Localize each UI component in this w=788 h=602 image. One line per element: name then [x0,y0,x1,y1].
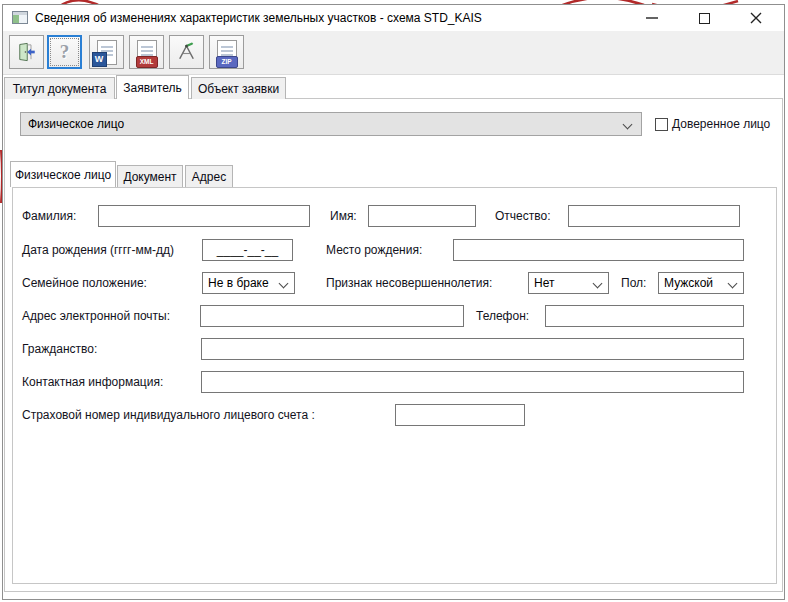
minor-flag-select[interactable]: Нет [528,272,609,294]
tab-title-document[interactable]: Титул документа [4,77,115,99]
word-badge: W [92,52,107,67]
app-window: Сведения об изменениях характеристик зем… [2,4,785,600]
gender-label: Пол: [621,272,646,294]
surname-label: Фамилия: [22,205,76,227]
minimize-button[interactable] [626,5,678,31]
birth-place-label: Место рождения: [326,239,422,261]
chevron-down-icon [728,279,738,289]
snils-label: Страховой номер индивидуального лицевого… [22,404,315,426]
gender-select[interactable]: Мужской [658,272,744,294]
chevron-down-icon [593,279,603,289]
focus-ring [50,38,79,66]
chevron-down-icon [623,120,633,130]
email-input[interactable] [200,305,464,327]
word-doc-icon: W [97,40,117,65]
chevron-down-icon [279,279,289,289]
phone-input[interactable] [545,305,744,327]
trusted-person-row: Доверенное лицо [655,116,770,132]
birth-date-input[interactable] [202,239,293,261]
minor-flag-label: Признак несовершеннолетия: [326,272,492,294]
tab-document[interactable]: Документ [117,165,183,187]
tab-applicant[interactable]: Заявитель [116,75,189,99]
zip-badge: ZIP [216,56,238,68]
sign-button[interactable] [169,35,204,69]
birth-date-label: Дата рождения (гггг-мм-дд) [22,239,174,261]
tab-application-object[interactable]: Объект заявки [191,77,286,99]
maximize-icon [699,13,710,24]
title-bar: Сведения об изменениях характеристик зем… [3,5,784,31]
citizenship-input[interactable] [201,338,744,360]
toolbar: ? W XML [3,31,784,75]
close-button[interactable] [730,5,782,31]
trusted-person-label: Доверенное лицо [672,117,770,131]
applicant-type-select[interactable]: Физическое лицо [20,112,642,136]
birth-place-input[interactable] [453,239,744,261]
trusted-person-checkbox[interactable] [655,118,668,131]
applicant-panel: Физическое лицо Доверенное лицо Физическ… [4,98,783,592]
compass-icon [176,39,197,65]
email-label: Адрес электронной почты: [22,305,170,327]
phone-label: Телефон: [476,305,529,327]
patronymic-input[interactable] [568,205,740,227]
export-zip-button[interactable]: ZIP [209,35,244,69]
person-form-panel: Фамилия: Имя: Отчество: Дата рождения (г… [12,187,777,584]
export-xml-button[interactable]: XML [129,35,164,69]
marital-status-select[interactable]: Не в браке [202,272,295,294]
marital-status-label: Семейное положение: [22,272,147,294]
help-button[interactable]: ? [47,35,82,69]
tab-physical-person[interactable]: Физическое лицо [10,161,116,187]
export-word-button[interactable]: W [89,35,124,69]
xml-doc-icon: XML [137,40,157,65]
window-controls [626,5,782,31]
zip-doc-icon: ZIP [217,40,237,65]
minimize-icon [646,17,658,19]
contact-info-label: Контактная информация: [22,371,163,393]
patronymic-label: Отчество: [495,205,551,227]
maximize-button[interactable] [678,5,730,31]
name-input[interactable] [368,205,476,227]
citizenship-label: Гражданство: [22,338,97,360]
snils-input[interactable] [395,404,525,426]
xml-badge: XML [136,56,158,68]
exit-button[interactable] [9,35,44,69]
contact-info-input[interactable] [201,371,744,393]
name-label: Имя: [330,205,357,227]
tab-address[interactable]: Адрес [185,165,233,187]
window-title: Сведения об изменениях характеристик зем… [35,5,482,31]
surname-input[interactable] [98,205,310,227]
close-icon [750,12,762,24]
app-icon [12,11,28,24]
door-exit-icon [16,39,37,65]
